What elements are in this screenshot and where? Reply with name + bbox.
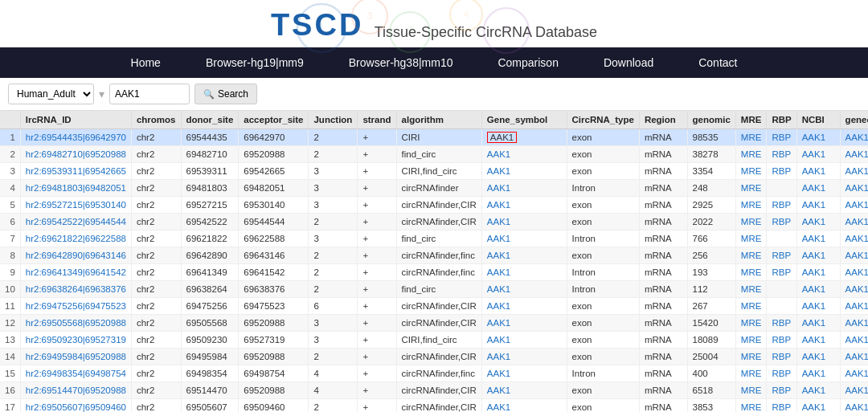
ncbi-link[interactable]: AAK1 xyxy=(796,399,840,413)
circrna-id[interactable]: hr2:69505568|69520988 xyxy=(20,315,131,332)
circrna-id[interactable]: hr2:69542522|69544544 xyxy=(20,214,131,230)
rbp-link[interactable]: RBP xyxy=(767,264,796,281)
rbp-link[interactable]: RBP xyxy=(767,332,796,349)
circrna-id[interactable]: hr2:69482710|69520988 xyxy=(20,146,131,163)
rbp-link[interactable] xyxy=(767,180,796,197)
gene-symbol-cell[interactable]: AAK1 xyxy=(481,399,567,413)
rbp-link[interactable] xyxy=(767,230,796,247)
mre-link[interactable]: MRE xyxy=(735,298,767,315)
mre-link[interactable]: MRE xyxy=(735,332,767,349)
search-button[interactable]: 🔍 Search xyxy=(194,84,257,104)
rbp-link[interactable] xyxy=(767,298,796,315)
ncbi-link[interactable]: AAK1 xyxy=(796,298,840,315)
gene-symbol-cell[interactable]: AAK1 xyxy=(481,264,567,281)
gene-symbol-cell[interactable]: AAK1 xyxy=(481,365,567,382)
genecards-link[interactable]: AAK1 xyxy=(840,399,868,413)
genecards-link[interactable]: AAK1 xyxy=(840,197,868,214)
genecards-link[interactable]: AAK1 xyxy=(840,298,868,315)
rbp-link[interactable]: RBP xyxy=(767,247,796,264)
nav-home[interactable]: Home xyxy=(108,47,183,78)
circrna-id[interactable]: hr2:69642890|69643146 xyxy=(20,247,131,264)
rbp-link[interactable] xyxy=(767,281,796,298)
genecards-link[interactable]: AAK1 xyxy=(840,129,868,146)
gene-symbol-cell[interactable]: AAK1 xyxy=(481,281,567,298)
gene-symbol-cell[interactable]: AAK1 xyxy=(481,247,567,264)
nav-contact[interactable]: Contact xyxy=(676,47,760,78)
ncbi-link[interactable]: AAK1 xyxy=(796,163,840,180)
circrna-id[interactable]: hr2:69527215|69530140 xyxy=(20,197,131,214)
genecards-link[interactable]: AAK1 xyxy=(840,332,868,349)
ncbi-link[interactable]: AAK1 xyxy=(796,214,840,230)
genecards-link[interactable]: AAK1 xyxy=(840,146,868,163)
ncbi-link[interactable]: AAK1 xyxy=(796,365,840,382)
rbp-link[interactable]: RBP xyxy=(767,163,796,180)
ncbi-link[interactable]: AAK1 xyxy=(796,180,840,197)
circrna-id[interactable]: hr2:69498354|69498754 xyxy=(20,365,131,382)
genecards-link[interactable]: AAK1 xyxy=(840,315,868,332)
gene-symbol-cell[interactable]: AAK1 xyxy=(481,382,567,399)
mre-link[interactable]: MRE xyxy=(735,264,767,281)
mre-link[interactable]: MRE xyxy=(735,163,767,180)
genecards-link[interactable]: AAK1 xyxy=(840,163,868,180)
nav-download[interactable]: Download xyxy=(581,47,676,78)
gene-symbol-cell[interactable]: AAK1 xyxy=(481,214,567,230)
nav-browser-hg19[interactable]: Browser-hg19|mm9 xyxy=(183,47,326,78)
genecards-link[interactable]: AAK1 xyxy=(840,382,868,399)
rbp-link[interactable]: RBP xyxy=(767,146,796,163)
nav-comparison[interactable]: Comparison xyxy=(475,47,580,78)
rbp-link[interactable]: RBP xyxy=(767,399,796,413)
genecards-link[interactable]: AAK1 xyxy=(840,230,868,247)
circrna-id[interactable]: hr2:69495984|69520988 xyxy=(20,349,131,365)
circrna-id[interactable]: hr2:69638264|69638376 xyxy=(20,281,131,298)
circrna-id[interactable]: hr2:69509230|69527319 xyxy=(20,332,131,349)
gene-symbol-cell[interactable]: AAK1 xyxy=(481,163,567,180)
gene-symbol-cell[interactable]: AAK1 xyxy=(481,332,567,349)
ncbi-link[interactable]: AAK1 xyxy=(796,247,840,264)
mre-link[interactable]: MRE xyxy=(735,230,767,247)
mre-link[interactable]: MRE xyxy=(735,146,767,163)
rbp-link[interactable]: RBP xyxy=(767,349,796,365)
ncbi-link[interactable]: AAK1 xyxy=(796,315,840,332)
mre-link[interactable]: MRE xyxy=(735,197,767,214)
circrna-id[interactable]: hr2:69475256|69475523 xyxy=(20,298,131,315)
circrna-id[interactable]: hr2:69505607|69509460 xyxy=(20,399,131,413)
gene-symbol-cell[interactable]: AAK1 xyxy=(481,146,567,163)
circrna-id[interactable]: hr2:69544435|69642970 xyxy=(20,129,131,146)
ncbi-link[interactable]: AAK1 xyxy=(796,146,840,163)
gene-symbol-cell[interactable]: AAK1 xyxy=(481,349,567,365)
genecards-link[interactable]: AAK1 xyxy=(840,180,868,197)
circrna-id[interactable]: hr2:69641349|69641542 xyxy=(20,264,131,281)
rbp-link[interactable]: RBP xyxy=(767,214,796,230)
ncbi-link[interactable]: AAK1 xyxy=(796,332,840,349)
ncbi-link[interactable]: AAK1 xyxy=(796,230,840,247)
ncbi-link[interactable]: AAK1 xyxy=(796,382,840,399)
genecards-link[interactable]: AAK1 xyxy=(840,264,868,281)
rbp-link[interactable]: RBP xyxy=(767,315,796,332)
ncbi-link[interactable]: AAK1 xyxy=(796,264,840,281)
genecards-link[interactable]: AAK1 xyxy=(840,247,868,264)
gene-symbol-cell[interactable]: AAK1 xyxy=(481,129,567,146)
rbp-link[interactable]: RBP xyxy=(767,365,796,382)
rbp-link[interactable]: RBP xyxy=(767,382,796,399)
mre-link[interactable]: MRE xyxy=(735,382,767,399)
mre-link[interactable]: MRE xyxy=(735,180,767,197)
gene-symbol-cell[interactable]: AAK1 xyxy=(481,315,567,332)
mre-link[interactable]: MRE xyxy=(735,365,767,382)
genecards-link[interactable]: AAK1 xyxy=(840,281,868,298)
mre-link[interactable]: MRE xyxy=(735,349,767,365)
gene-symbol-cell[interactable]: AAK1 xyxy=(481,180,567,197)
mre-link[interactable]: MRE xyxy=(735,281,767,298)
gene-symbol-cell[interactable]: AAK1 xyxy=(481,197,567,214)
mre-link[interactable]: MRE xyxy=(735,399,767,413)
circrna-id[interactable]: hr2:69539311|69542665 xyxy=(20,163,131,180)
gene-symbol-cell[interactable]: AAK1 xyxy=(481,298,567,315)
circrna-id[interactable]: hr2:69481803|69482051 xyxy=(20,180,131,197)
ncbi-link[interactable]: AAK1 xyxy=(796,129,840,146)
circrna-id[interactable]: hr2:69621822|69622588 xyxy=(20,230,131,247)
mre-link[interactable]: MRE xyxy=(735,247,767,264)
search-input[interactable] xyxy=(109,84,190,104)
ncbi-link[interactable]: AAK1 xyxy=(796,349,840,365)
gene-symbol-cell[interactable]: AAK1 xyxy=(481,230,567,247)
mre-link[interactable]: MRE xyxy=(735,129,767,146)
rbp-link[interactable]: RBP xyxy=(767,129,796,146)
